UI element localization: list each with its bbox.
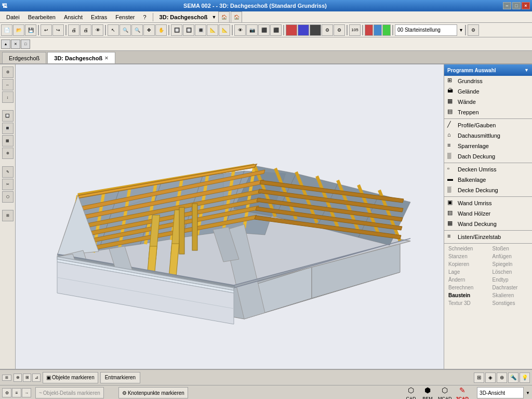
left-btn-11[interactable]: ⊞: [2, 210, 14, 221]
ortho-icon[interactable]: ⊿: [32, 374, 41, 382]
close-button[interactable]: ×: [522, 2, 530, 9]
tb-redo[interactable]: ↪: [52, 24, 64, 36]
left-btn-7[interactable]: ⊕: [2, 148, 14, 159]
left-btn-10[interactable]: ⬡: [2, 191, 14, 203]
grid-icon[interactable]: ⊞: [23, 374, 31, 382]
tb-3d4[interactable]: 📐: [207, 24, 218, 36]
tb-open[interactable]: 📂: [13, 24, 24, 36]
tb-print2[interactable]: 🖨: [80, 24, 91, 36]
action-berechnen[interactable]: Berechnen: [444, 284, 488, 291]
tb-more1[interactable]: ⚙: [322, 24, 333, 36]
menu-deckenumriss[interactable]: ▫ Decken Umriss: [444, 164, 532, 175]
tb-cam[interactable]: 📷: [246, 24, 258, 36]
menu-deckedeckung[interactable]: ▒ Decke Deckung: [444, 185, 532, 195]
tb-eye[interactable]: 👁: [234, 24, 246, 36]
tb-select[interactable]: ↖: [108, 24, 119, 36]
tab-erdgeschoss[interactable]: Erdgeschoß: [2, 52, 46, 63]
tb-config-dropdown[interactable]: 00 Starteinstellung: [395, 24, 457, 36]
menu-profile[interactable]: ╱ Profile/Gauben: [444, 120, 532, 130]
tb-undo[interactable]: ↩: [41, 24, 52, 36]
layer-btn[interactable]: ⚙: [2, 388, 11, 397]
tab-close-icon[interactable]: ✕: [104, 56, 109, 61]
right-panel-arrow[interactable]: ▼: [524, 68, 529, 73]
menu-balkenlage[interactable]: ▬ Balkenlage: [444, 175, 532, 185]
view-dropdown[interactable]: 3D-Ansicht: [477, 387, 524, 398]
menu-help[interactable]: ?: [139, 13, 150, 21]
view-dropdown-arrow[interactable]: ▼: [526, 391, 530, 395]
mark-nodes-btn[interactable]: ⚙ Knotenpunkte markieren: [118, 387, 188, 398]
menu-wandumriss[interactable]: ▣ Wand Umriss: [444, 198, 532, 208]
action-sonstiges[interactable]: Sonstiges: [488, 299, 533, 307]
tb-config-arrow[interactable]: ▼: [459, 28, 463, 33]
menu-listen[interactable]: ≡ Listen/Einzelstab: [444, 232, 532, 242]
menu-wande[interactable]: ▦ Wände: [444, 97, 532, 107]
action-anfugen[interactable]: Anfügen: [488, 252, 533, 260]
icon-btn-1[interactable]: 🏠: [218, 11, 230, 23]
tb-color3[interactable]: [310, 24, 321, 36]
tb-print[interactable]: 🖨: [68, 24, 79, 36]
action-stanzen[interactable]: Stanzen: [444, 252, 488, 260]
tb-settings[interactable]: ⚙: [468, 24, 479, 36]
minimize-button[interactable]: −: [503, 2, 511, 9]
menu-gelande[interactable]: 🏔 Gelände: [444, 86, 532, 97]
left-btn-1[interactable]: ⚙: [2, 66, 14, 78]
left-btn-9[interactable]: ✂: [2, 179, 14, 190]
tb-layer1[interactable]: [365, 24, 373, 36]
tb-3d2[interactable]: 🔲: [183, 24, 194, 36]
mark-objects-btn[interactable]: ▣ Objekte markieren: [43, 372, 98, 383]
action-endtyp[interactable]: Endtyp: [488, 276, 533, 284]
menu-treppen[interactable]: ▤ Treppen: [444, 107, 532, 117]
menu-3d-dachgeschoss[interactable]: 3D: Dachgeschoß: [155, 13, 212, 21]
3cad-button[interactable]: ✎ 3CAD: [456, 385, 469, 400]
tb-view[interactable]: 👁: [92, 24, 103, 36]
menu-sparrenlage[interactable]: ≡ Sparrenlage: [444, 141, 532, 151]
tb2-btn1[interactable]: ▲: [1, 39, 10, 49]
action-schneiden[interactable]: Schneiden: [444, 245, 488, 252]
snap-icon[interactable]: ⊕: [14, 374, 22, 382]
menu-wandholzer[interactable]: ▤ Wand Hölzer: [444, 208, 532, 219]
menu-dachausmittlung[interactable]: ⌂ Dachausmittlung: [444, 130, 532, 141]
tb-zoom[interactable]: 🔍: [119, 24, 131, 36]
tb-shade[interactable]: ⬛: [270, 24, 282, 36]
tab-3d-dachgeschoss[interactable]: 3D: Dachgeschoß ✕: [47, 52, 115, 63]
menu-fenster[interactable]: Fenster: [111, 13, 139, 21]
tb-3d5[interactable]: 📐: [219, 24, 230, 36]
view-icon-1[interactable]: ⊞: [474, 373, 484, 383]
tb-layer2[interactable]: [374, 24, 382, 36]
bem-button[interactable]: ⬢ BEM: [421, 385, 434, 400]
tb-save[interactable]: 💾: [25, 24, 36, 36]
maximize-button[interactable]: □: [512, 2, 521, 9]
menu-datei[interactable]: Datei: [2, 13, 24, 21]
icon-btn-2[interactable]: 🏠: [231, 11, 242, 23]
left-btn-2[interactable]: ↔: [2, 79, 14, 90]
action-lage[interactable]: Lage: [444, 268, 488, 276]
tb-num[interactable]: 105: [349, 24, 361, 36]
menu-ansicht[interactable]: Ansicht: [60, 13, 87, 21]
tb2-btn2[interactable]: ✕: [11, 39, 20, 49]
menu-grundriss[interactable]: ⊞ Grundriss: [444, 76, 532, 86]
tb-more2[interactable]: ⚙: [334, 24, 345, 36]
tb-color1[interactable]: [286, 24, 297, 36]
view-icon-2[interactable]: ◈: [485, 373, 496, 383]
view-icon-4[interactable]: 🔦: [508, 373, 518, 383]
unmark-btn[interactable]: Entmarkieren: [100, 372, 140, 383]
action-loschen[interactable]: Löschen: [488, 268, 533, 276]
viewport[interactable]: [16, 64, 444, 369]
menu-bearbeiten[interactable]: Bearbeiten: [24, 13, 60, 21]
mark-details-btn[interactable]: ~ Objekt-Details markieren: [35, 387, 104, 398]
tb-new[interactable]: 📄: [1, 24, 12, 36]
mcad-button[interactable]: ⬡ MCAD: [438, 385, 452, 400]
tb-color2[interactable]: [298, 24, 309, 36]
menu-wanddeckung[interactable]: ▦ Wand Deckung: [444, 219, 532, 229]
action-baustein[interactable]: Baustein: [444, 291, 488, 299]
menu-dachdeckung[interactable]: ▒ Dach Deckung: [444, 151, 532, 162]
tb-3d3[interactable]: 🔳: [195, 24, 206, 36]
action-textur3d[interactable]: Textur 3D: [444, 299, 488, 307]
config-btn[interactable]: →: [22, 388, 31, 397]
action-andern[interactable]: Ändern: [444, 276, 488, 284]
left-btn-5[interactable]: 🔳: [2, 123, 14, 134]
bottom-icon-top[interactable]: ⊞: [2, 375, 11, 381]
left-btn-4[interactable]: 🔲: [2, 110, 14, 122]
tb-3d1[interactable]: 🔲: [171, 24, 182, 36]
settings-btn[interactable]: ≡: [12, 388, 21, 397]
